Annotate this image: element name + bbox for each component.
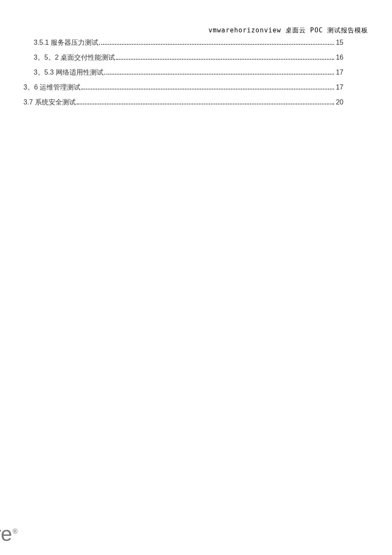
toc-label: 3。6 运维管理测试 [23, 83, 81, 92]
registered-symbol: ® [12, 528, 17, 535]
toc-entry: 3.5.1 服务器压力测试 15 [23, 38, 343, 47]
toc-entry: 3。5。2 桌面交付性能测试 16 [23, 53, 343, 62]
toc-page-number: 17 [336, 69, 343, 76]
toc-label: 3.5.1 服务器压力测试 [34, 38, 98, 47]
toc-leader [81, 89, 334, 90]
toc-entry: 3.7 系统安全测试 20 [23, 98, 343, 107]
toc-page-number: 15 [336, 39, 343, 46]
toc-leader [116, 59, 334, 60]
toc-leader [99, 44, 334, 45]
watermark-text: vare [0, 523, 12, 545]
toc-page-number: 17 [336, 84, 343, 91]
toc-page-number: 20 [336, 98, 343, 106]
toc-page-number: 16 [336, 54, 343, 61]
toc-leader [104, 74, 334, 75]
toc-entry: 3。5.3 网络适用性测试 17 [23, 68, 343, 77]
header-title: vmwarehorizonview 桌面云 POC 测试报告模板 [208, 26, 368, 34]
page-header: vmwarehorizonview 桌面云 POC 测试报告模板 [208, 26, 368, 35]
toc-leader [77, 104, 334, 104]
watermark-logo: vare® [0, 522, 17, 546]
toc-label: 3。5.3 网络适用性测试 [34, 68, 104, 77]
toc-label: 3。5。2 桌面交付性能测试 [34, 53, 115, 62]
table-of-contents: 3.5.1 服务器压力测试 15 3。5。2 桌面交付性能测试 16 3。5.3… [23, 38, 343, 113]
toc-label: 3.7 系统安全测试 [23, 98, 76, 107]
toc-entry: 3。6 运维管理测试 17 [23, 83, 343, 92]
